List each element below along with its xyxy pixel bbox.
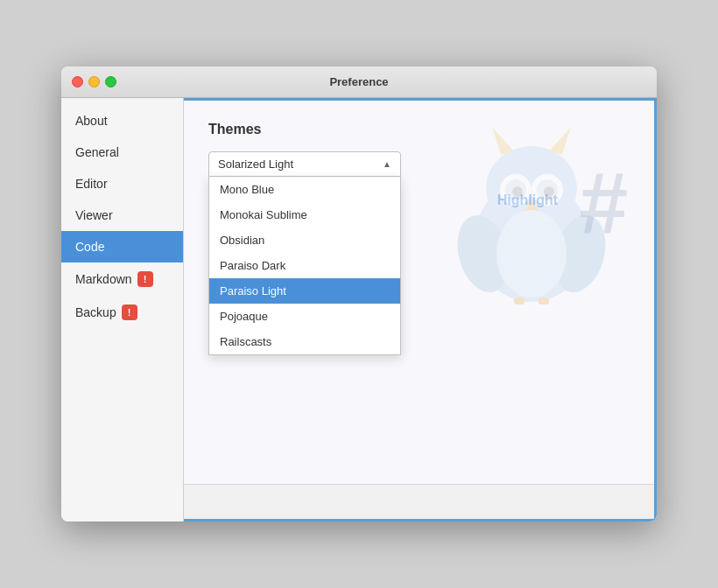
dropdown-selected-value: Solarized Light bbox=[218, 158, 293, 171]
dropdown-option-pojoaque[interactable]: Pojoaque bbox=[209, 304, 400, 329]
dropdown-option-paraiso-light[interactable]: Paraiso Light bbox=[209, 278, 400, 304]
sidebar-label-general: General bbox=[75, 145, 119, 159]
bottom-bar bbox=[184, 484, 654, 519]
markdown-badge: ! bbox=[137, 271, 153, 287]
dropdown-option-paraiso-dark[interactable]: Paraiso Dark bbox=[209, 253, 400, 278]
svg-marker-2 bbox=[492, 127, 514, 155]
titlebar: Preference bbox=[61, 66, 657, 98]
svg-point-9 bbox=[544, 186, 554, 197]
content-area: Themes Solarized Light ▲ Mono Blue Monok… bbox=[184, 101, 654, 484]
sidebar-label-viewer: Viewer bbox=[75, 208, 113, 222]
svg-marker-3 bbox=[549, 127, 571, 155]
sidebar-item-viewer[interactable]: Viewer bbox=[61, 200, 183, 231]
sidebar-item-markdown[interactable]: Markdown ! bbox=[61, 262, 183, 296]
svg-point-8 bbox=[512, 186, 523, 197]
sidebar-item-editor[interactable]: Editor bbox=[61, 168, 183, 200]
preference-window: Preference About General Editor Viewer C… bbox=[61, 66, 657, 522]
traffic-lights bbox=[72, 76, 116, 88]
svg-rect-14 bbox=[514, 298, 524, 304]
sidebar-item-backup[interactable]: Backup ! bbox=[61, 296, 183, 329]
dropdown-list: Mono Blue Monokai Sublime Obsidian Parai… bbox=[208, 177, 401, 355]
svg-rect-15 bbox=[538, 298, 549, 304]
sidebar-label-code: Code bbox=[75, 240, 104, 254]
dropdown-header[interactable]: Solarized Light ▲ bbox=[208, 151, 401, 177]
window-body: About General Editor Viewer Code Markdow… bbox=[61, 98, 657, 522]
sidebar-item-general[interactable]: General bbox=[61, 136, 183, 168]
close-button[interactable] bbox=[72, 76, 83, 88]
sidebar-item-about[interactable]: About bbox=[61, 105, 183, 136]
minimize-button[interactable] bbox=[88, 76, 100, 88]
dropdown-option-mono-blue[interactable]: Mono Blue bbox=[209, 177, 400, 202]
sidebar-label-backup: Backup bbox=[75, 305, 116, 319]
sidebar: About General Editor Viewer Code Markdow… bbox=[61, 98, 184, 522]
svg-point-13 bbox=[496, 210, 567, 298]
dropdown-option-railscasts[interactable]: Railscasts bbox=[209, 329, 400, 354]
backup-badge: ! bbox=[122, 304, 137, 320]
dropdown-option-obsidian[interactable]: Obsidian bbox=[209, 228, 400, 253]
theme-dropdown[interactable]: Solarized Light ▲ Mono Blue Monokai Subl… bbox=[208, 151, 401, 177]
chevron-down-icon: ▲ bbox=[383, 159, 391, 169]
fullscreen-button[interactable] bbox=[105, 76, 116, 88]
sidebar-item-code[interactable]: Code bbox=[61, 231, 183, 262]
main-content: Themes Solarized Light ▲ Mono Blue Monok… bbox=[184, 98, 657, 522]
sidebar-label-markdown: Markdown bbox=[75, 272, 132, 286]
mascot-illustration bbox=[435, 118, 628, 311]
dropdown-option-monokai[interactable]: Monokai Sublime bbox=[209, 202, 400, 228]
window-title: Preference bbox=[329, 75, 388, 88]
sidebar-label-editor: Editor bbox=[75, 177, 108, 191]
sidebar-label-about: About bbox=[75, 114, 108, 128]
